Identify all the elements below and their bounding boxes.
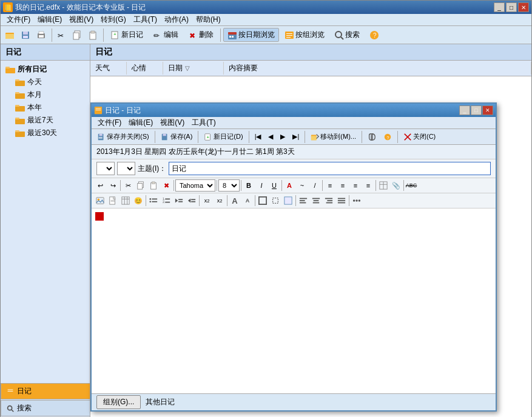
- menu-action[interactable]: 动作(A): [161, 13, 192, 26]
- subscript-btn[interactable]: x2: [214, 195, 226, 207]
- font-bigger-btn[interactable]: A: [229, 195, 241, 207]
- sidebar-item-all-diary[interactable]: 所有日记: [3, 63, 87, 76]
- dialog-menu-edit[interactable]: 编辑(E): [125, 116, 157, 129]
- font-color-btn[interactable]: A: [283, 179, 295, 192]
- attach-button[interactable]: [365, 131, 379, 143]
- font-smaller-btn[interactable]: A: [241, 195, 254, 207]
- menu-goto[interactable]: 转到(G): [97, 13, 129, 26]
- menu-help[interactable]: 帮助(H): [192, 13, 224, 26]
- help-dialog-button[interactable]: ?: [380, 131, 395, 143]
- border3-btn[interactable]: [282, 195, 294, 207]
- align-right-btn[interactable]: ≡: [349, 179, 362, 192]
- insert-file-btn[interactable]: [107, 195, 119, 207]
- border-btn[interactable]: [257, 195, 269, 207]
- menu-edit[interactable]: 编辑(E): [34, 13, 66, 26]
- dialog-menu-view[interactable]: 视图(V): [157, 116, 188, 129]
- subject-dropdown-1[interactable]: [96, 162, 115, 175]
- spellcheck-btn[interactable]: ABC: [405, 179, 417, 192]
- diary-tab[interactable]: 日记: [1, 383, 90, 399]
- maximize-button[interactable]: □: [506, 2, 517, 12]
- help-button[interactable]: ?: [365, 28, 385, 42]
- justify2-btn[interactable]: [335, 195, 348, 207]
- dialog-menu-file[interactable]: 文件(F): [94, 116, 125, 129]
- insert-image-btn2[interactable]: [94, 195, 106, 207]
- editor-content[interactable]: [92, 208, 496, 393]
- align-left-btn[interactable]: ≡: [324, 179, 336, 192]
- col-summary[interactable]: 内容摘要: [224, 62, 531, 75]
- toolbar-small-btn-6[interactable]: [86, 28, 101, 42]
- close-dialog-button[interactable]: 关闭(C): [400, 130, 439, 143]
- left-align2-btn[interactable]: [297, 195, 309, 207]
- underline-button[interactable]: U: [268, 179, 280, 192]
- col-mood[interactable]: 心情: [127, 62, 163, 75]
- prev-record-button[interactable]: ◀: [265, 131, 276, 142]
- center-align2-btn[interactable]: [310, 195, 322, 207]
- close-button[interactable]: ✕: [518, 2, 529, 12]
- delete-button[interactable]: ✖ 删除: [184, 28, 218, 42]
- menu-view[interactable]: 视图(V): [66, 13, 97, 26]
- highlight-btn[interactable]: ~: [296, 179, 308, 192]
- new-diary-dialog-button[interactable]: + 新日记(D): [201, 130, 246, 143]
- outdent-btn[interactable]: [186, 195, 198, 207]
- search-tab[interactable]: 搜索: [1, 400, 90, 416]
- bullets-btn[interactable]: [147, 195, 160, 207]
- sidebar-item-last-30[interactable]: 最近30天: [3, 127, 87, 139]
- bold-button[interactable]: B: [243, 179, 255, 192]
- cut-btn[interactable]: ✂: [122, 179, 134, 192]
- menu-tools[interactable]: 工具(T): [130, 13, 161, 26]
- save-button[interactable]: 保存(A): [158, 130, 196, 143]
- group-button[interactable]: 组别(G)...: [96, 395, 141, 409]
- right-align2-btn[interactable]: [323, 195, 335, 207]
- justify-btn[interactable]: ≡: [362, 179, 374, 192]
- new-diary-button[interactable]: + 新日记: [106, 28, 147, 42]
- menu-file[interactable]: 文件(F): [3, 13, 34, 26]
- subject-input[interactable]: [169, 162, 491, 175]
- undo-button[interactable]: ↩: [94, 179, 106, 192]
- sidebar-item-this-month[interactable]: 本月: [3, 88, 87, 101]
- border2-btn[interactable]: [269, 195, 281, 207]
- toolbar-small-btn-1[interactable]: [3, 28, 18, 42]
- strikethrough-btn[interactable]: /: [309, 179, 321, 192]
- move-to-button[interactable]: 移动到(M)...: [308, 130, 359, 143]
- more-btn[interactable]: [351, 195, 363, 207]
- edit-button[interactable]: ✏ 编辑: [149, 28, 183, 42]
- col-weather[interactable]: 天气: [90, 62, 127, 75]
- border3-icon: [284, 196, 292, 205]
- superscript-btn[interactable]: x2: [201, 195, 213, 207]
- dialog-menu-tools[interactable]: 工具(T): [188, 116, 219, 129]
- toolbar-small-btn-2[interactable]: [19, 28, 33, 42]
- next-record-button[interactable]: ▶: [277, 131, 288, 142]
- toolbar-small-btn-3[interactable]: [35, 28, 49, 42]
- last-record-button[interactable]: ▶|: [289, 131, 302, 142]
- insert-table-btn2[interactable]: [120, 195, 132, 207]
- align-center-btn[interactable]: ≡: [337, 179, 349, 192]
- toolbar-small-btn-4[interactable]: ✂: [55, 28, 69, 42]
- sidebar-item-last-7[interactable]: 最近7天: [3, 114, 87, 127]
- dialog-close-btn[interactable]: ✕: [482, 105, 493, 115]
- browse-by-group-button[interactable]: 按组浏览: [280, 28, 329, 42]
- col-date[interactable]: 日期 ▽: [163, 62, 224, 75]
- copy-btn[interactable]: [135, 179, 147, 192]
- first-record-button[interactable]: |◀: [252, 131, 264, 142]
- numbering-btn[interactable]: 1.2.: [160, 195, 172, 207]
- table-btn[interactable]: [377, 179, 389, 192]
- clear-btn[interactable]: ✖: [160, 179, 172, 192]
- insert-image-btn[interactable]: 📎: [390, 179, 402, 192]
- save-close-button[interactable]: 保存并关闭(S): [94, 130, 152, 143]
- browse-by-date-button[interactable]: 按日期浏览: [223, 28, 279, 42]
- emoji-btn[interactable]: 😊: [132, 195, 144, 207]
- indent-btn[interactable]: [173, 195, 185, 207]
- subject-dropdown-2[interactable]: [117, 162, 135, 175]
- dialog-minimize-btn[interactable]: _: [459, 105, 470, 115]
- dialog-maximize-btn[interactable]: □: [471, 105, 482, 115]
- toolbar-small-btn-5[interactable]: [70, 28, 85, 42]
- sidebar-item-this-year[interactable]: 本年: [3, 101, 87, 114]
- minimize-button[interactable]: _: [494, 2, 505, 12]
- font-size-select[interactable]: 8: [218, 179, 240, 192]
- sidebar-item-today[interactable]: 今天: [3, 76, 87, 88]
- font-select[interactable]: Tahoma: [175, 179, 215, 192]
- paste-btn[interactable]: [147, 179, 160, 192]
- search-button[interactable]: 搜索: [330, 28, 364, 42]
- italic-button[interactable]: I: [255, 179, 268, 192]
- redo-button[interactable]: ↪: [107, 179, 119, 192]
